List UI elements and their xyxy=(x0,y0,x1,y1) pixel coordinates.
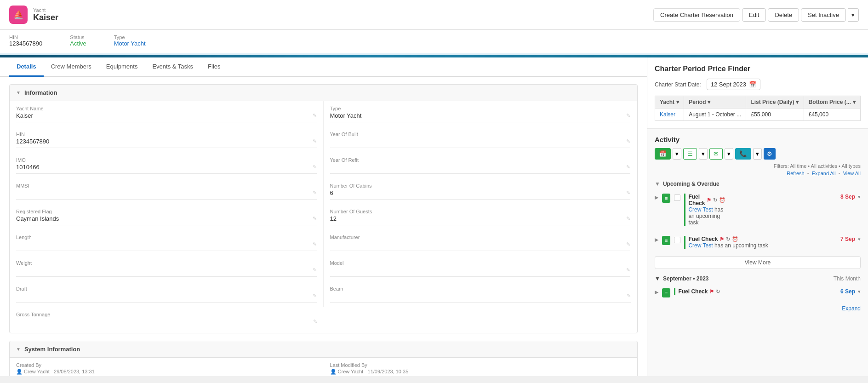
edit-button[interactable]: Edit xyxy=(742,8,766,22)
act-item-1-content: Fuel Check ⚑ ↻ ⏰ Crew Test has an upcomi… xyxy=(684,194,725,226)
edit-hin-icon[interactable]: ✎ xyxy=(313,138,317,144)
price-yacht-link[interactable]: Kaiser xyxy=(660,111,675,118)
act-item-2-link[interactable]: Crew Test xyxy=(688,242,713,249)
expand-all-link[interactable]: Expand All xyxy=(812,171,836,176)
list-dropdown-button[interactable]: ▾ xyxy=(699,148,708,160)
brand-name-label: Kaiser xyxy=(33,13,58,23)
system-section-header[interactable]: ▼ System Information xyxy=(10,341,637,358)
view-more-button[interactable]: View More xyxy=(655,256,861,269)
view-all-link[interactable]: View All xyxy=(843,171,861,176)
create-charter-button[interactable]: Create Charter Reservation xyxy=(653,8,740,22)
field-year-refit: Year Of Refit ✎ xyxy=(324,153,638,178)
activity-item-2: ▶ ≡ Fuel Check ⚑ ↻ ⏰ Crew Test has an up… xyxy=(655,233,861,252)
field-guests: Number Of Guests 12 ✎ xyxy=(324,204,638,230)
edit-year-refit-icon[interactable]: ✎ xyxy=(626,164,630,170)
email-activity-button[interactable]: ✉ xyxy=(709,148,723,160)
fields-right-col: Type Motor Yacht ✎ Year Of Built ✎ xyxy=(324,101,638,333)
tab-equipments[interactable]: Equipments xyxy=(99,57,145,77)
brand-logo: ⛵ xyxy=(9,6,28,24)
list-activity-button[interactable]: ☰ xyxy=(683,148,697,160)
edit-yacht-name-icon[interactable]: ✎ xyxy=(313,113,317,119)
edit-gross-tonnage-icon[interactable]: ✎ xyxy=(313,319,317,325)
system-information-section: ▼ System Information Created By 👤 Crew Y… xyxy=(9,341,638,376)
field-gross-tonnage: Gross Tonnage ✎ xyxy=(10,307,324,333)
phone-activity-button[interactable]: 📞 xyxy=(735,148,751,160)
activity-links: Refresh • Expand All • View All xyxy=(655,171,861,176)
col-bottom-price[interactable]: Bottom Price (... ▾ xyxy=(804,96,860,109)
left-panel: Details Crew Members Equipments Events &… xyxy=(0,57,647,376)
edit-beam-icon[interactable]: ✎ xyxy=(627,293,631,299)
edit-cabins-icon[interactable]: ✎ xyxy=(626,190,630,196)
tab-files[interactable]: Files xyxy=(200,57,228,77)
act-item-sept-type-icon[interactable]: ≡ xyxy=(662,288,670,297)
actions-dropdown-button[interactable]: ▾ xyxy=(848,8,859,22)
field-model: Model ✎ xyxy=(324,256,638,281)
act-item-1-dropdown-icon[interactable]: ▾ xyxy=(858,194,861,200)
act-item-2-date: 7 Sep xyxy=(840,236,855,242)
field-year-built: Year Of Built ✎ xyxy=(324,127,638,153)
col-list-price[interactable]: List Price (Daily) ▾ xyxy=(746,96,804,109)
tab-crew-members[interactable]: Crew Members xyxy=(44,57,99,77)
edit-model-icon[interactable]: ✎ xyxy=(626,267,630,273)
hin-value: 1234567890 xyxy=(9,40,42,47)
calendar-dropdown-button[interactable]: ▾ xyxy=(673,148,681,160)
tab-details[interactable]: Details xyxy=(9,57,44,77)
field-manufacturer: Manufacturer ✎ xyxy=(324,230,638,256)
act-item-1-checkbox[interactable] xyxy=(674,194,680,201)
information-section: ▼ Information Yacht Name Kaiser ✎ xyxy=(9,84,638,333)
charter-date-input[interactable]: 12 Sept 2023 📅 xyxy=(707,79,760,90)
refresh-link[interactable]: Refresh xyxy=(787,171,805,176)
set-inactive-button[interactable]: Set Inactive xyxy=(801,8,846,22)
edit-imo-icon[interactable]: ✎ xyxy=(313,164,317,170)
act-item-2-type-icon[interactable]: ≡ xyxy=(662,236,670,245)
edit-mmsi-icon[interactable]: ✎ xyxy=(313,190,317,196)
act-item-sept-expand-icon[interactable]: ▶ xyxy=(655,288,658,295)
edit-registered-flag-icon[interactable]: ✎ xyxy=(313,216,317,222)
expand-link[interactable]: Expand xyxy=(842,305,861,312)
type-value: Motor Yacht xyxy=(114,40,146,47)
charter-finder-title: Charter Period Price Finder xyxy=(655,65,861,73)
calendar-activity-button[interactable]: 📅 xyxy=(655,148,671,160)
edit-draft-icon[interactable]: ✎ xyxy=(313,293,317,299)
email-dropdown-button[interactable]: ▾ xyxy=(725,148,733,160)
act-item-1-link[interactable]: Crew Test xyxy=(688,206,713,213)
col-yacht[interactable]: Yacht ▾ xyxy=(655,96,684,109)
activity-item-sept: ▶ ≡ Fuel Check ⚑ ↻ 6 Sep ▾ xyxy=(655,286,861,300)
delete-button[interactable]: Delete xyxy=(768,8,799,22)
edit-guests-icon[interactable]: ✎ xyxy=(626,216,630,222)
edit-weight-icon[interactable]: ✎ xyxy=(313,267,317,273)
act-item-1-desc: Crew Test has an upcoming task xyxy=(688,206,725,226)
act-item-2-dropdown-icon[interactable]: ▾ xyxy=(858,236,861,242)
status-label: Status xyxy=(70,34,86,40)
activity-settings-button[interactable]: ⚙ xyxy=(764,148,776,160)
information-section-header[interactable]: ▼ Information xyxy=(10,85,637,101)
month-separator: ▼ September • 2023 This Month xyxy=(655,275,861,282)
phone-dropdown-button[interactable]: ▾ xyxy=(753,148,762,160)
act-item-2-expand-icon[interactable]: ▶ xyxy=(655,236,658,243)
hin-label: HIN xyxy=(9,34,42,40)
act-item-2-checkbox[interactable] xyxy=(674,237,680,243)
clock-icon-2: ⏰ xyxy=(732,236,738,242)
field-draft: Draft ✎ xyxy=(10,281,324,307)
tab-events-tasks[interactable]: Events & Tasks xyxy=(145,57,200,77)
upcoming-toggle-icon[interactable]: ▼ xyxy=(655,181,660,187)
act-item-sept-dropdown-icon[interactable]: ▾ xyxy=(858,289,861,295)
edit-type-icon[interactable]: ✎ xyxy=(626,113,630,119)
activity-toolbar: 📅 ▾ ☰ ▾ ✉ ▾ 📞 ▾ ⚙ xyxy=(655,148,861,160)
field-imo: IMO 1010466 ✎ xyxy=(10,153,324,178)
charter-finder: Charter Period Price Finder Charter Star… xyxy=(647,57,868,129)
price-row: Kaiser August 1 - October ... £55,000 £4… xyxy=(655,109,861,121)
col-period[interactable]: Period ▾ xyxy=(684,96,746,109)
header-actions: Create Charter Reservation Edit Delete S… xyxy=(653,8,859,22)
edit-length-icon[interactable]: ✎ xyxy=(313,241,317,247)
edit-manufacturer-icon[interactable]: ✎ xyxy=(626,241,630,247)
month-toggle-icon[interactable]: ▼ xyxy=(655,275,660,282)
month-sep-left: ▼ September • 2023 xyxy=(655,275,708,282)
date-value: 12 Sept 2023 xyxy=(711,81,746,88)
meta-status: Status Active xyxy=(70,34,86,47)
edit-year-built-icon[interactable]: ✎ xyxy=(626,138,630,144)
system-fields-grid: Created By 👤 Crew Yacht 29/08/2023, 13:3… xyxy=(10,358,637,376)
meta-bar: HIN 1234567890 Status Active Type Motor … xyxy=(0,30,868,55)
act-item-1-expand-icon[interactable]: ▶ xyxy=(655,194,658,200)
act-item-1-type-icon[interactable]: ≡ xyxy=(662,194,670,203)
